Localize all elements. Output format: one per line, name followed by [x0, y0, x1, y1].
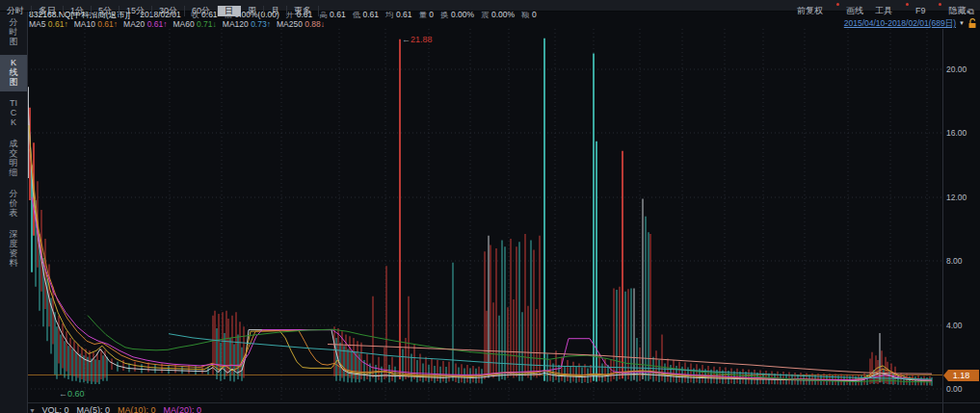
menu-item-超级叠加[interactable] — [829, 3, 840, 13]
current-price-badge: 1.18 — [943, 370, 979, 381]
ma-legend-value: 0.73↑ — [251, 19, 271, 29]
menu-item-快捷键[interactable] — [898, 3, 910, 13]
date-range-bar: 2015/04/10-2018/02/01(689日) ▼ — [844, 18, 977, 28]
ma-line-MA10 — [30, 149, 932, 380]
tab-period-多日[interactable]: 多日 — [32, 6, 64, 16]
unlock-icon[interactable] — [967, 18, 977, 29]
ma-legend-label: MA250 — [277, 19, 303, 29]
sidebar-item-分时图[interactable]: 分时图 — [0, 14, 27, 51]
sidebar-item-深度资料[interactable]: 深度资料 — [0, 226, 27, 272]
sidebar-item-label: K线图 — [8, 58, 19, 87]
ma-legend-MA120: MA120 0.73↑ — [223, 19, 271, 29]
ma-legend-label: MA20 — [123, 19, 145, 29]
menu-item-前复权[interactable]: 前复权 — [791, 6, 829, 16]
y-axis-tick: 20.00 — [946, 65, 979, 74]
ma-legend-MA20: MA20 0.61↑ — [123, 19, 167, 29]
ma-legend-label: MA5 — [29, 19, 45, 29]
menu-item-普通[interactable] — [931, 3, 942, 13]
y-axis-tick: 4.00 — [946, 321, 979, 330]
price-annotation: ←0.60 — [59, 389, 85, 399]
ma-legend-value: 0.61↑ — [97, 19, 118, 29]
y-axis-tick: 0.00 — [946, 384, 979, 394]
volume-indicator-1: MA(5): 0 — [76, 405, 110, 413]
tab-period-分时[interactable]: 分时 — [0, 6, 32, 16]
pane-separator[interactable] — [27, 402, 980, 403]
ma-legend-value: 0.71↓ — [197, 19, 217, 29]
sidebar-item-TICK[interactable]: TICK — [0, 95, 27, 132]
ma-legend-bar: MA5 0.61↑MA10 0.61↑MA20 0.61↑MA60 0.71↓M… — [29, 19, 331, 29]
ma-legend-label: MA10 — [74, 19, 95, 29]
sidebar-item-label: 成交明细 — [8, 139, 19, 177]
ma-legend-label: MA120 — [223, 19, 249, 29]
price-annotation: ←21.88 — [402, 35, 433, 44]
tab-period-周[interactable]: 周 — [241, 6, 264, 16]
period-tabbar: 分时多日1分5分15分30分60分日周月更多 前复权画线工具F9隐藏▸ — [0, 0, 980, 12]
menu-item-工具[interactable]: 工具 — [869, 6, 898, 16]
left-sidebar: 分时图K线图TICK成交明细分价表深度资料 — [0, 11, 28, 413]
tab-period-日[interactable]: 日 — [218, 6, 241, 16]
ma-legend-MA5: MA5 0.61↑ — [29, 19, 68, 29]
notification-dot-icon — [836, 3, 839, 6]
volume-indicator-0: VOL: 0 — [41, 405, 68, 413]
ma-legend-MA60: MA60 0.71↓ — [172, 19, 216, 29]
y-axis-tick: 8.00 — [946, 256, 979, 266]
date-range-link[interactable]: 2015/04/10-2018/02/01(689日) — [844, 18, 956, 28]
ma-legend-label: MA60 — [172, 19, 194, 29]
volume-indicator-3: MA(20): 0 — [164, 405, 202, 413]
volume-pane-header: ▼ VOL: 0MA(5): 0MA(10): 0MA(20): 0 — [29, 404, 209, 413]
sidebar-item-分价表[interactable]: 分价表 — [0, 186, 27, 222]
menu-item-画线[interactable]: 画线 — [840, 6, 869, 16]
sidebar-item-label: TICK — [8, 98, 19, 127]
expand-window-icon[interactable]: ⧉ — [968, 8, 974, 16]
tab-period-1分[interactable]: 1分 — [64, 6, 92, 16]
collapse-icon[interactable]: ▼ — [29, 407, 36, 413]
menu-item-F9[interactable]: F9 — [910, 6, 932, 16]
tab-period-5分[interactable]: 5分 — [92, 6, 119, 16]
tab-period-30分[interactable]: 30分 — [152, 6, 185, 16]
ma-legend-MA10: MA10 0.61↑ — [74, 19, 118, 29]
sidebar-item-label: 分价表 — [8, 189, 19, 218]
ma-line-MA250 — [328, 345, 932, 374]
sidebar-item-成交明细[interactable]: 成交明细 — [0, 136, 27, 182]
y-axis-border — [942, 29, 943, 413]
ma-legend-value: 0.61↑ — [147, 19, 168, 29]
tab-period-60分[interactable]: 60分 — [185, 6, 218, 16]
kline-window: 分时多日1分5分15分30分60分日周月更多 前复权画线工具F9隐藏▸ ⧉ 83… — [0, 0, 980, 413]
tab-period-更多[interactable]: 更多 — [287, 6, 319, 16]
kline-chart[interactable]: ←21.88←0.60 — [27, 29, 942, 403]
tab-period-15分[interactable]: 15分 — [119, 6, 152, 16]
ma-line-close — [28, 105, 932, 381]
y-axis-tick: 12.00 — [946, 193, 979, 202]
notification-dot-icon — [939, 3, 941, 6]
ma-legend-value: 0.88↓ — [305, 19, 325, 29]
sidebar-item-label: 分时图 — [8, 17, 19, 46]
sidebar-item-label: 深度资料 — [8, 229, 19, 268]
top-menubar: 前复权画线工具F9隐藏▸ — [791, 0, 976, 11]
sidebar-item-K线图[interactable]: K线图 — [0, 55, 27, 91]
volume-indicator-2: MA(10): 0 — [118, 405, 156, 413]
chevron-down-icon[interactable]: ▼ — [959, 18, 965, 28]
ma-line-MA5 — [29, 125, 932, 380]
y-axis-tick: 16.00 — [946, 128, 979, 138]
ma-legend-value: 0.61↑ — [48, 19, 68, 29]
ma-legend-MA250: MA250 0.88↓ — [277, 19, 325, 29]
notification-dot-icon — [906, 3, 909, 6]
tab-period-月[interactable]: 月 — [264, 6, 287, 16]
